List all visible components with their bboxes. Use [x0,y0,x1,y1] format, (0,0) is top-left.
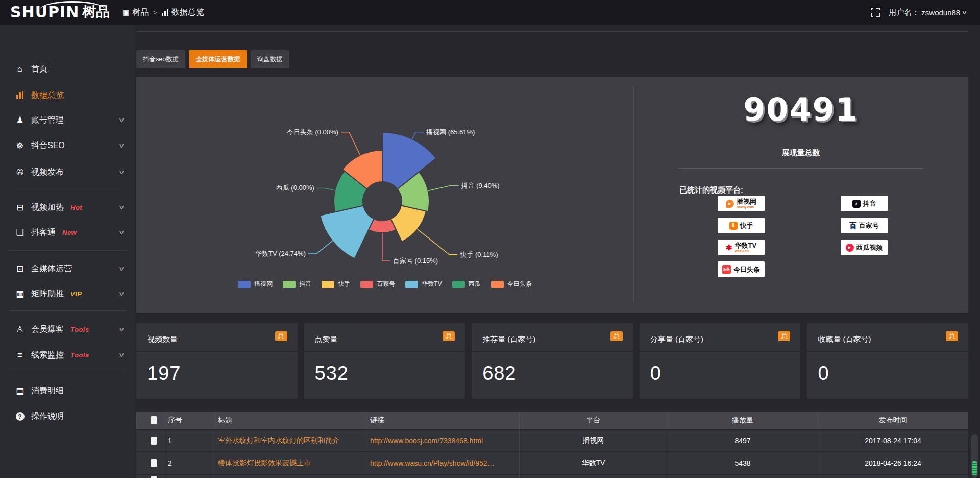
stat-card-5: 收藏量 (百家号)总0 [807,323,968,399]
sidebar-item-instructions[interactable]: ?操作说明 [0,406,135,426]
user-menu[interactable]: 用户名： zswodun88 ∨ [889,8,967,17]
cell-value: 1 [168,437,172,445]
legend-item-今日头条[interactable]: 今日头条 [491,280,532,289]
sidebar-item-home[interactable]: ⌂首页 [0,59,135,79]
cell-value: 2018-04-26 16:24 [865,459,921,467]
platform-badge-name: 华数TV [734,242,756,249]
scrollbar-track[interactable] [971,434,978,478]
stat-card-value: 682 [482,363,516,385]
pie-label-西瓜: 西瓜 (0.00%) [276,183,314,193]
pie-label-抖音: 抖音 (9.40%) [461,181,500,190]
fullscreen-icon[interactable] [871,8,880,17]
table-row: 2楼体投影灯投影效果震撼上市http://www.wasu.cn/Play/sh… [136,452,968,474]
total-badge[interactable]: 总 [610,331,623,341]
column-header-label: 序号 [168,416,182,425]
cell-link: http://www.boosj.com/7338468.html [367,437,519,445]
person-icon: ♟ [16,115,23,125]
video-url-link[interactable]: http://www.boosj.com/7338468.html [370,437,483,445]
sidebar-item-media-operation[interactable]: ⊡全媒体运营∨ [0,258,135,279]
platform-badge-toutiao: 头条今日头条 [718,261,765,277]
breadcrumb-item-2[interactable]: 数据总览 [162,7,204,18]
chevron-down-icon: ∨ [118,142,125,149]
cell-value: 8497 [734,437,750,445]
stat-card-value: 532 [315,363,349,385]
chevron-down-icon: ∨ [118,204,125,211]
sidebar-item-label: 数据总览 [31,90,64,101]
total-badge[interactable]: 总 [443,331,455,341]
cell-time: 2017-08-24 17:04 [818,437,968,445]
logo[interactable]: SHUPIN 树品 [10,3,110,21]
home-icon: ⌂ [17,64,22,74]
table-row: 1室外水纹灯和室内水纹灯的区别和简介http://www.boosj.com/7… [136,430,968,451]
stat-card-label: 视频数量 [147,334,178,344]
chat-icon: ❏ [16,228,23,237]
legend-item-抖音[interactable]: 抖音 [283,280,311,289]
scrollbar-thumb[interactable] [972,461,977,475]
total-badge[interactable]: 总 [275,331,287,341]
pie-slice-华数TV[interactable] [320,205,374,258]
platform-badges-col1: ▶播视网boosj.com8快手✱华数TVwasu.cn头条今日头条 [718,196,765,277]
gear-icon: ☸ [14,141,26,150]
video-title-link[interactable]: 室外水纹灯和室内水纹灯的区别和简介 [218,436,339,445]
legend-swatch [491,281,504,288]
column-header-label: 播放量 [732,416,753,425]
videos-table: 序号标题链接平台播放量发布时间1室外水纹灯和室内水纹灯的区别和简介http://… [136,412,968,478]
platform-share-chart: 播视网抖音快手百家号华数TV西瓜今日头条 播视网 (65.61%)抖音 (9.4… [136,77,633,313]
table-header-row: 序号标题链接平台播放量发布时间 [136,412,968,429]
total-badge[interactable]: 总 [946,331,958,341]
screen-icon: ⊟ [16,203,23,212]
sidebar-item-douketong[interactable]: ❏抖客通New∨ [0,222,135,243]
wasu-logo-icon: ✱ [726,243,732,252]
platform-badge-name: 快手 [740,221,753,230]
select-all-checkbox[interactable] [151,416,157,424]
sidebar-item-clue-monitor[interactable]: ≡线索监控Tools∨ [0,345,135,365]
tab-media-operation-data[interactable]: 全媒体运营数据 [189,50,247,68]
sidebar-item-data-overview[interactable]: 数据总览 [0,85,135,106]
pie-label-line [317,188,335,190]
row-checkbox[interactable] [151,437,157,445]
video-url-link[interactable]: http://www.wasu.cn/Play/show/id/952… [370,459,495,467]
video-title-link[interactable]: 楼体投影灯投影效果震撼上市 [218,459,311,468]
chevron-down-icon: ∨ [118,116,125,124]
tab-douyin-seo-data[interactable]: 抖音seo数据 [136,50,185,68]
platform-badge-xigua: ▶西瓜视频 [841,240,888,255]
legend-item-快手[interactable]: 快手 [322,280,350,289]
user-area: 用户名： zswodun88 ∨ [871,0,967,25]
bar-chart-icon [14,91,26,100]
sidebar-item-douyin-seo[interactable]: ☸抖音SEO∨ [0,135,135,156]
legend-item-西瓜[interactable]: 西瓜 [452,280,481,289]
sidebar-item-matrix-boost[interactable]: ▦矩阵助推VIP∨ [0,283,135,304]
sidebar-item-member-burst[interactable]: ♙会员爆客Tools∨ [0,319,135,340]
sidebar-item-consume-detail[interactable]: ▤消费明细 [0,380,135,401]
member-icon: ♙ [14,325,26,334]
pie-slice-快手[interactable] [390,205,426,242]
stat-cards-row: 视频数量总197点赞量总532推荐量 (百家号)总682分享量 (百家号)总0收… [136,323,968,399]
cell-value: 播视网 [583,436,604,445]
cell-value: 5438 [734,459,750,467]
sliders-icon: ≡ [17,350,22,360]
breadcrumb-item-1[interactable]: ▣树品 [122,7,149,18]
impressions-total-value: 90491 [633,91,968,128]
sidebar-item-account-management[interactable]: ♟账号管理∨ [0,110,135,130]
sidebar-item-video-heat[interactable]: ⊟视频加热Hot∨ [0,197,135,218]
total-badge[interactable]: 总 [778,331,790,341]
tab-inquiry-data[interactable]: 询盘数据 [251,50,289,68]
user-label: 用户名： [889,8,919,17]
stat-card-divider [640,351,801,352]
row-checkbox[interactable] [151,459,157,467]
platform-badge-douyin: ♪抖音 [841,196,888,211]
sidebar-item-video-publish[interactable]: ✇视频发布∨ [0,162,135,182]
bar-chart-icon [16,91,24,99]
platforms-label: 已统计的视频平台: [679,185,743,195]
legend-label: 百家号 [377,280,395,289]
legend-item-华数TV[interactable]: 华数TV [405,280,442,289]
xigua-logo-icon: ▶ [846,244,854,252]
legend-swatch [238,281,251,288]
stat-card-3: 推荐量 (百家号)总682 [472,323,633,399]
stat-card-divider [807,351,968,352]
legend-item-播视网[interactable]: 播视网 [238,280,273,289]
data-tabs: 抖音seo数据全媒体运营数据询盘数据 [136,50,289,68]
legend-item-百家号[interactable]: 百家号 [360,280,395,289]
cell-value: 华数TV [582,459,605,468]
legend-label: 今日头条 [507,280,532,289]
